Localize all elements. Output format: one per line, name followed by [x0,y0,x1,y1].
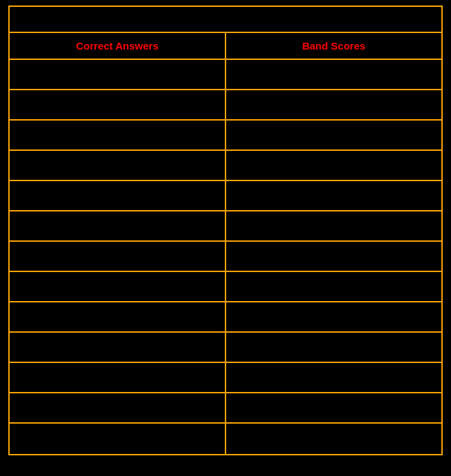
correct-answers-cell [10,151,226,180]
correct-answers-cell [10,393,226,422]
correct-answers-cell [10,424,226,454]
correct-answers-cell [10,242,226,271]
table-row [10,363,441,393]
table-row [10,333,441,363]
table-row [10,60,441,90]
band-score-cell [226,121,441,149]
correct-answers-cell [10,181,226,210]
table-row [10,393,441,424]
correct-answers-header: Correct Answers [10,33,226,59]
table-row [10,151,441,181]
table-row [10,424,441,454]
table-row [10,90,441,121]
band-scores-table: Correct Answers Band Scores [8,6,443,455]
band-score-cell [226,333,441,362]
table-row [10,211,441,242]
correct-answers-cell [10,60,226,89]
band-score-cell [226,242,441,271]
correct-answers-cell [10,90,226,119]
band-score-cell [226,393,441,422]
table-title-row [10,7,441,33]
table-row [10,121,441,151]
correct-answers-cell [10,363,226,392]
table-row [10,242,441,272]
band-score-cell [226,272,441,301]
correct-answers-cell [10,121,226,149]
correct-answers-cell [10,333,226,362]
band-score-cell [226,90,441,119]
band-score-cell [226,363,441,392]
band-score-cell [226,211,441,240]
correct-answers-cell [10,211,226,240]
correct-answers-cell [10,302,226,331]
band-score-cell [226,151,441,180]
band-score-cell [226,60,441,89]
band-score-cell [226,302,441,331]
table-row [10,302,441,333]
band-score-cell [226,181,441,210]
correct-answers-cell [10,272,226,301]
band-scores-header: Band Scores [226,33,441,59]
table-row [10,272,441,302]
table-row [10,181,441,211]
band-score-cell [226,424,441,454]
table-header-row: Correct Answers Band Scores [10,33,441,60]
